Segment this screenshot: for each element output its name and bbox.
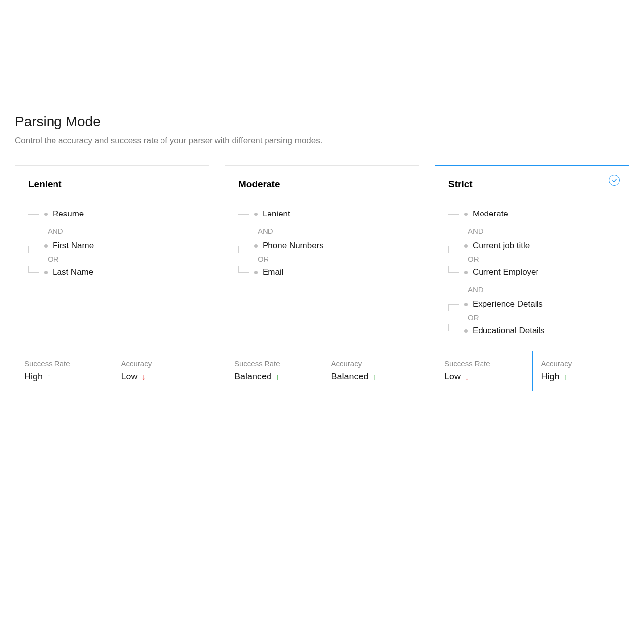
metric-accuracy: Accuracy Low ↓ <box>112 351 209 391</box>
rule-item-label: Experience Details <box>473 299 543 309</box>
tree-connector-icon <box>448 324 459 338</box>
metric-success-rate: Success Rate Low ↓ <box>435 351 532 391</box>
metric-label: Accuracy <box>331 359 410 368</box>
rule-tree: ResumeANDFirst NameORLast Name <box>28 207 196 279</box>
rule-item-label: Email <box>263 268 284 277</box>
bullet-icon <box>464 329 468 333</box>
metric-value-row: Low ↓ <box>444 372 523 382</box>
rule-item-label: Last Name <box>53 268 93 277</box>
operator-label: OR <box>249 255 269 264</box>
bullet-icon <box>44 244 48 248</box>
operator-row: OR <box>28 253 196 266</box>
rule-item-row: Phone Numbers <box>238 239 406 253</box>
section-title: Parsing Mode <box>15 114 629 130</box>
metric-value-row: Balanced ↑ <box>331 372 410 382</box>
rule-item-label: Resume <box>53 209 84 219</box>
metric-accuracy: Accuracy High ↑ <box>532 351 629 391</box>
metric-label: Accuracy <box>541 359 620 368</box>
bullet-icon <box>254 213 258 216</box>
rule-group: Resume <box>28 207 196 221</box>
card-metrics: Success Rate High ↑ Accuracy Low ↓ <box>15 351 209 391</box>
tree-connector-icon <box>448 239 459 253</box>
tree-connector-icon <box>448 297 459 311</box>
metric-value: Balanced <box>234 372 271 382</box>
rule-item-row: Email <box>238 266 406 279</box>
tree-connector-icon <box>28 239 39 253</box>
arrow-up-icon: ↑ <box>275 373 280 381</box>
arrow-up-icon: ↑ <box>564 373 568 381</box>
rule-item-label: Phone Numbers <box>263 241 323 251</box>
metric-value-row: Balanced ↑ <box>234 372 313 382</box>
card-title: Moderate <box>238 179 280 194</box>
operator-label: AND <box>448 282 616 297</box>
rule-group: Phone NumbersOREmail <box>238 239 406 279</box>
tree-connector-icon <box>238 266 249 279</box>
arrow-up-icon: ↑ <box>373 373 377 381</box>
rule-item-row: Resume <box>28 207 196 221</box>
metric-value: High <box>24 372 43 382</box>
operator-row: OR <box>238 253 406 266</box>
tree-connector-icon <box>28 266 39 279</box>
metric-label: Success Rate <box>444 359 523 368</box>
rule-tree: ModerateANDCurrent job titleORCurrent Em… <box>448 207 616 338</box>
metric-value: High <box>541 372 560 382</box>
rule-item-label: Current Employer <box>473 268 538 277</box>
rule-item-row: Current job title <box>448 239 616 253</box>
operator-row: OR <box>448 311 616 324</box>
rule-item-label: Moderate <box>473 209 508 219</box>
parsing-mode-card[interactable]: StrictModerateANDCurrent job titleORCurr… <box>435 165 629 391</box>
metric-value: Low <box>121 372 138 382</box>
rule-item-label: First Name <box>53 241 94 251</box>
card-body: LenientResumeANDFirst NameORLast Name <box>15 166 209 351</box>
arrow-down-icon: ↓ <box>465 373 469 381</box>
rule-group: Experience DetailsOREducational Details <box>448 297 616 338</box>
metric-value-row: High ↑ <box>541 372 620 382</box>
parsing-mode-cards: LenientResumeANDFirst NameORLast Name Su… <box>15 165 629 391</box>
bullet-icon <box>44 213 48 216</box>
parsing-mode-card[interactable]: ModerateLenientANDPhone NumbersOREmail S… <box>225 165 419 391</box>
arrow-down-icon: ↓ <box>142 373 146 381</box>
card-metrics: Success Rate Balanced ↑ Accuracy Balance… <box>225 351 419 391</box>
section-description: Control the accuracy and success rate of… <box>15 136 629 146</box>
metric-accuracy: Accuracy Balanced ↑ <box>322 351 419 391</box>
rule-group: Current job titleORCurrent Employer <box>448 239 616 279</box>
rule-item-row: Lenient <box>238 207 406 221</box>
metric-value-row: Low ↓ <box>121 372 200 382</box>
bullet-icon <box>254 244 258 248</box>
parsing-mode-card[interactable]: LenientResumeANDFirst NameORLast Name Su… <box>15 165 209 391</box>
bullet-icon <box>464 213 468 216</box>
metric-value: Low <box>444 372 461 382</box>
arrow-up-icon: ↑ <box>47 373 51 381</box>
metric-success-rate: Success Rate Balanced ↑ <box>225 351 322 391</box>
bullet-icon <box>44 271 48 274</box>
operator-label: AND <box>28 224 196 239</box>
tree-connector-icon <box>238 207 249 221</box>
metric-success-rate: Success Rate High ↑ <box>15 351 112 391</box>
card-body: StrictModerateANDCurrent job titleORCurr… <box>435 166 629 351</box>
metric-value-row: High ↑ <box>24 372 103 382</box>
rule-item-row: First Name <box>28 239 196 253</box>
metric-value: Balanced <box>331 372 369 382</box>
bullet-icon <box>464 303 468 306</box>
rule-group: Moderate <box>448 207 616 221</box>
selected-check-icon <box>609 175 620 186</box>
tree-connector-icon <box>448 266 459 279</box>
operator-row: OR <box>448 253 616 266</box>
metric-label: Success Rate <box>24 359 103 368</box>
metric-label: Success Rate <box>234 359 313 368</box>
card-title: Lenient <box>28 179 68 194</box>
rule-item-row: Moderate <box>448 207 616 221</box>
operator-label: AND <box>448 224 616 239</box>
bullet-icon <box>464 244 468 248</box>
tree-connector-icon <box>28 207 39 221</box>
rule-item-label: Lenient <box>263 209 290 219</box>
card-body: ModerateLenientANDPhone NumbersOREmail <box>225 166 419 351</box>
operator-label: OR <box>39 255 59 264</box>
bullet-icon <box>464 271 468 274</box>
rule-group: First NameORLast Name <box>28 239 196 279</box>
operator-label: OR <box>459 313 479 322</box>
rule-item-label: Educational Details <box>473 326 545 336</box>
bullet-icon <box>254 271 258 274</box>
card-metrics: Success Rate Low ↓ Accuracy High ↑ <box>435 351 629 391</box>
operator-label: AND <box>238 224 406 239</box>
